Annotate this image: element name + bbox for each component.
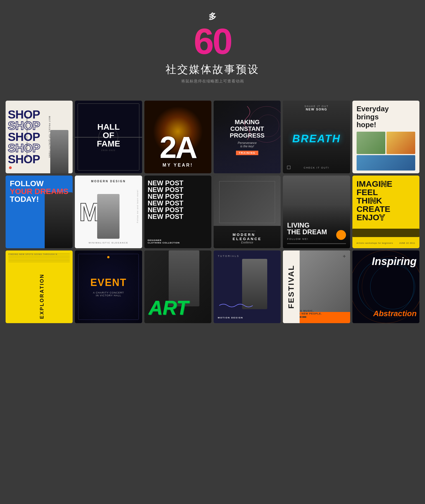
exp-line-3 bbox=[8, 256, 70, 257]
newpost-line-3: NEW POST bbox=[148, 193, 208, 200]
card-modern-design[interactable]: MODERN DESIGN MD Follow me and learn mor… bbox=[75, 176, 142, 248]
header-section: 多 60 社交媒体故事预设 将鼠标悬停在缩略图上可查看动画 bbox=[0, 0, 425, 92]
exploration-vertical-text: EXPLORATION bbox=[39, 274, 45, 319]
hope-title: Everydaybringshope! bbox=[357, 105, 415, 129]
follow-line1: FOLLOW bbox=[10, 180, 68, 188]
card-hope[interactable]: Everydaybringshope! bbox=[352, 101, 419, 173]
hope-image-2 bbox=[386, 132, 415, 154]
exploration-top-text: FINDING NEW SPOTS GOING THROUGH N bbox=[8, 253, 70, 255]
hope-images bbox=[357, 132, 415, 171]
abstraction-abstract: Abstraction bbox=[373, 310, 417, 318]
follow-line3: TODAY! bbox=[10, 195, 68, 203]
card-abstraction[interactable]: Inspiring Abstraction bbox=[352, 250, 419, 323]
art-word: ART bbox=[149, 297, 188, 319]
dream-text-block: LIVINGTHE DREAM FOLLOW ME! bbox=[287, 222, 346, 240]
breath-checkbox bbox=[287, 166, 290, 169]
card-progress[interactable]: MAKINGCONSTANTPROGRESS Perseveranceis th… bbox=[214, 101, 281, 173]
event-content: EVENT A CHARITY CONCERTIN VICTORY HALL bbox=[90, 277, 126, 297]
card-festival[interactable]: + ✕ FESTIVAL ENJOYING MUSIC,MEETING NEW … bbox=[283, 250, 350, 323]
card-shop[interactable]: BEST PRICES, TOP-QUALITY ITEMS SHOP SHOP… bbox=[6, 101, 73, 173]
card-dream[interactable]: LIVINGTHE DREAM FOLLOW ME! bbox=[283, 176, 350, 248]
card-my-year[interactable]: 2A MY YEAR! bbox=[144, 101, 211, 173]
cards-grid: BEST PRICES, TOP-QUALITY ITEMS SHOP SHOP… bbox=[0, 92, 425, 332]
newpost-line-1: NEW POST bbox=[148, 180, 208, 186]
header-subtitle: 将鼠标悬停在缩略图上可查看动画 bbox=[0, 79, 425, 84]
elegance-line bbox=[239, 231, 256, 231]
imagine-line-5: ENJOY bbox=[357, 213, 415, 222]
dream-title: LIVINGTHE DREAM bbox=[287, 222, 346, 235]
modern-bottom: MINIMALISTIC ELEGANCE bbox=[89, 242, 128, 244]
card-event[interactable]: EVENT A CHARITY CONCERTIN VICTORY HALL bbox=[75, 250, 142, 323]
newpost-tag1: DESIGNER bbox=[148, 239, 208, 242]
exp-line-4 bbox=[8, 257, 70, 258]
imagine-line-1: IMAGINE bbox=[357, 180, 415, 188]
hall-text-block: HALLOFFAME 2020-2022 bbox=[97, 123, 120, 151]
card-breath[interactable]: SHAKE IT OUT NEW SONG BREATH CHECK IT OU… bbox=[283, 101, 350, 173]
progress-title: MAKINGCONSTANTPROGRESS bbox=[230, 119, 265, 139]
tutorials-person bbox=[242, 259, 267, 309]
breath-label: SHAKE IT OUT bbox=[304, 105, 328, 108]
card-art[interactable]: ART bbox=[144, 250, 211, 323]
hope-image-1 bbox=[357, 132, 385, 154]
card-tutorials[interactable]: TUTORIALS MOTION DESIGN bbox=[214, 250, 281, 323]
tutorials-label: TUTORIALS bbox=[218, 255, 239, 257]
imagine-bottom-text: Artistic workshops for beginners bbox=[357, 242, 393, 244]
imagine-text-block: IMAGINE FEEL THINK CREATE ENJOY bbox=[357, 180, 415, 222]
shop-word-2: SHOP bbox=[8, 120, 40, 131]
hope-image-3 bbox=[357, 155, 415, 171]
imagine-brush-stroke bbox=[352, 229, 419, 237]
imagine-line-3: THINK bbox=[357, 197, 415, 205]
year-subtitle: MY YEAR! bbox=[163, 163, 193, 168]
imagine-date: JUNE 22 2011 bbox=[399, 242, 415, 244]
breath-check: CHECK IT OUT! bbox=[304, 166, 330, 169]
card-imagine[interactable]: IMAGINE FEEL THINK CREATE ENJOY Artistic… bbox=[352, 176, 419, 248]
progress-badge: TRAINING bbox=[236, 151, 258, 155]
card-hall-of-fame[interactable]: HALLOFFAME 2020-2022 bbox=[75, 101, 142, 173]
festival-side-panel: FESTIVAL bbox=[283, 250, 300, 323]
card-exploration[interactable]: FINDING NEW SPOTS GOING THROUGH N EXPLOR… bbox=[6, 250, 73, 323]
tutorials-wave-svg bbox=[219, 302, 273, 309]
breath-top-section: SHAKE IT OUT NEW SONG bbox=[304, 105, 328, 111]
exp-line-5 bbox=[8, 259, 70, 259]
elegance-frame bbox=[219, 181, 275, 223]
card-elegance[interactable]: MODERNELEGANCE Exellence bbox=[214, 176, 281, 248]
newpost-lines: NEW POST NEW POST NEW POST NEW POST NEW … bbox=[148, 180, 208, 220]
shop-person bbox=[50, 130, 68, 173]
dream-follow: FOLLOW ME! bbox=[287, 238, 346, 240]
hall-title: HALLOFFAME bbox=[97, 123, 120, 148]
svg-point-2 bbox=[370, 264, 415, 309]
tutorials-person-area bbox=[214, 250, 281, 323]
newpost-tags: DESIGNER CLOTHING COLLECTION bbox=[148, 239, 208, 244]
modern-label: MODERN DESIGN bbox=[91, 180, 126, 183]
modern-person bbox=[97, 194, 120, 239]
shop-word-3: SHOP bbox=[8, 131, 40, 143]
festival-bar-3 bbox=[302, 316, 306, 318]
newpost-line-4: NEW POST bbox=[148, 200, 208, 207]
newpost-line-2: NEW POST bbox=[148, 186, 208, 193]
header-title: 社交媒体故事预设 bbox=[0, 62, 425, 77]
shop-dot bbox=[9, 166, 12, 169]
newpost-line-5: NEW POST bbox=[148, 207, 208, 213]
event-dot bbox=[107, 256, 109, 258]
event-subtitle: A CHARITY CONCERTIN VICTORY HALL bbox=[93, 291, 124, 297]
svg-point-0 bbox=[358, 259, 414, 315]
card-follow[interactable]: FOLLOW YOUR DREAMS TODAY! bbox=[6, 176, 73, 248]
shop-word-4: SHOP bbox=[8, 143, 40, 154]
festival-title-vertical: FESTIVAL bbox=[287, 265, 295, 309]
card-new-post[interactable]: NEW POST NEW POST NEW POST NEW POST NEW … bbox=[144, 176, 211, 248]
hall-date: 2020-2022 bbox=[97, 149, 120, 151]
newpost-line-6: NEW POST bbox=[148, 213, 208, 220]
festival-plus-1: + bbox=[343, 253, 346, 260]
shop-word-1: SHOP bbox=[8, 109, 40, 120]
progress-subtitle: Perseveranceis the key! bbox=[238, 141, 257, 148]
shop-word-5: SHOP bbox=[8, 154, 40, 165]
event-title: EVENT bbox=[90, 277, 126, 288]
breath-title: BREATH bbox=[292, 133, 341, 145]
imagine-footer: Artistic workshops for beginners JUNE 22… bbox=[357, 242, 415, 244]
modern-letters-area: MD bbox=[79, 183, 138, 242]
exp-line-7 bbox=[8, 262, 70, 262]
shop-words: SHOP SHOP SHOP SHOP SHOP bbox=[8, 109, 40, 165]
header-number: 60 bbox=[0, 23, 425, 60]
elegance-title: MODERNELEGANCE bbox=[233, 233, 262, 241]
dream-bar bbox=[287, 243, 346, 244]
